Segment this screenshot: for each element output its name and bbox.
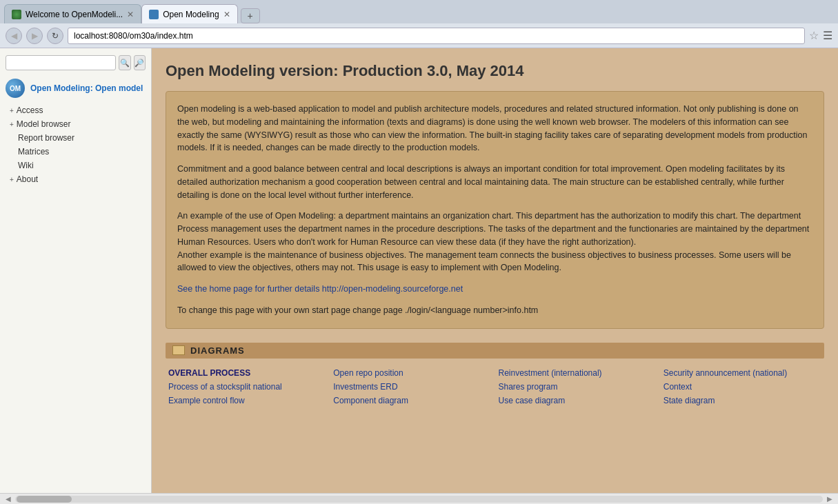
diagram-link-context[interactable]: Context (664, 381, 821, 393)
diagram-link-stocksplit[interactable]: Process of a stocksplit national (168, 381, 326, 393)
new-tab-button[interactable]: + (241, 8, 260, 23)
bottom-scrollbar[interactable]: ◀ ▶ (0, 493, 838, 504)
search-options-button[interactable]: 🔎 (134, 55, 146, 70)
sidebar-item-wiki[interactable]: Wiki (0, 159, 151, 172)
scrollbar-track[interactable] (15, 496, 823, 503)
expand-icon-access: + (10, 107, 14, 114)
menu-icon[interactable]: ☰ (823, 29, 832, 42)
back-button[interactable]: ◀ (6, 28, 22, 44)
description-para-5: To change this page with your own start … (177, 304, 812, 317)
diagram-link-component[interactable]: Component diagram (333, 394, 491, 407)
description-para-3: An example of the use of Open Modeling: … (177, 210, 812, 274)
diagram-link-overall-process[interactable]: OVERALL PROCESS (168, 367, 326, 379)
main-layout: 🔍 🔎 OM Open Modeling: Open model + Acces… (0, 48, 838, 493)
sidebar-item-model-browser[interactable]: + Model browser (0, 117, 151, 131)
tab-label-welcome: Welcome to OpenModeli... (26, 10, 123, 19)
sidebar-item-label-matrices: Matrices (18, 147, 49, 157)
diagram-link-reinvestment[interactable]: Reinvestment (international) (499, 367, 657, 379)
description-para-1: Open modeling is a web-based application… (177, 103, 812, 154)
diagrams-section: DIAGRAMS OVERALL PROCESS Open repo posit… (166, 343, 824, 407)
sidebar-item-label-about: About (17, 174, 38, 184)
diagram-link-security[interactable]: Security announcement (national) (664, 367, 821, 379)
forward-button[interactable]: ▶ (26, 28, 43, 44)
content-area: Open Modeling version: Production 3.0, M… (152, 48, 838, 493)
diagrams-folder-icon (172, 345, 185, 355)
diagram-link-usecase[interactable]: Use case diagram (499, 394, 657, 407)
description-para-2: Commitment and a good balance between ce… (177, 163, 812, 201)
tab-label-om: Open Modeling (163, 10, 219, 19)
browser-window: Welcome to OpenModeli... ✕ Open Modeling… (0, 0, 838, 504)
tab-close-welcome[interactable]: ✕ (127, 10, 134, 19)
diagrams-grid: OVERALL PROCESS Open repo position Reinv… (166, 367, 824, 407)
sidebar: 🔍 🔎 OM Open Modeling: Open model + Acces… (0, 48, 152, 493)
tab-openmodeling[interactable]: Open Modeling ✕ (141, 4, 237, 23)
diagram-link-shares[interactable]: Shares program (499, 381, 657, 393)
tab-favicon-om (149, 10, 159, 19)
bookmark-icon[interactable]: ☆ (809, 29, 819, 42)
sidebar-item-label-report-browser: Report browser (18, 133, 74, 143)
tab-favicon-welcome (12, 10, 21, 19)
sidebar-item-label-model-browser: Model browser (17, 119, 71, 129)
diagram-link-state[interactable]: State diagram (664, 394, 821, 407)
sidebar-item-label-wiki: Wiki (18, 161, 34, 170)
reload-button[interactable]: ↻ (47, 28, 63, 44)
diagrams-title: DIAGRAMS (190, 345, 245, 356)
logo-icon: OM (6, 79, 25, 98)
tab-close-om[interactable]: ✕ (223, 10, 230, 19)
address-input[interactable] (68, 28, 805, 44)
scrollbar-thumb[interactable] (17, 496, 72, 503)
diagram-link-control-flow[interactable]: Example control flow (168, 394, 326, 407)
sidebar-search-area: 🔍 🔎 (0, 52, 151, 73)
page-title: Open Modeling version: Production 3.0, M… (166, 62, 824, 80)
sidebar-item-access[interactable]: + Access (0, 103, 151, 117)
sidebar-logo-area: OM Open Modeling: Open model (0, 76, 151, 101)
diagram-link-open-repo[interactable]: Open repo position (333, 367, 491, 379)
sidebar-item-matrices[interactable]: Matrices (0, 145, 151, 159)
expand-icon-about: + (10, 176, 14, 183)
address-bar: ◀ ▶ ↻ ☆ ☰ (0, 23, 838, 48)
description-para-4[interactable]: See the home page for further details ht… (177, 283, 812, 296)
sidebar-logo-label[interactable]: Open Modeling: Open model (30, 83, 143, 93)
sidebar-item-label-access: Access (17, 105, 43, 115)
expand-icon-model-browser: + (10, 121, 14, 128)
diagram-link-investments[interactable]: Investments ERD (333, 381, 491, 393)
search-input[interactable] (6, 55, 116, 70)
diagrams-header: DIAGRAMS (166, 343, 824, 359)
tab-welcome[interactable]: Welcome to OpenModeli... ✕ (4, 4, 141, 23)
description-box: Open modeling is a web-based application… (166, 91, 824, 329)
sidebar-item-about[interactable]: + About (0, 172, 151, 186)
sidebar-item-report-browser[interactable]: Report browser (0, 131, 151, 145)
search-button[interactable]: 🔍 (119, 55, 131, 70)
tab-bar: Welcome to OpenModeli... ✕ Open Modeling… (0, 0, 838, 23)
